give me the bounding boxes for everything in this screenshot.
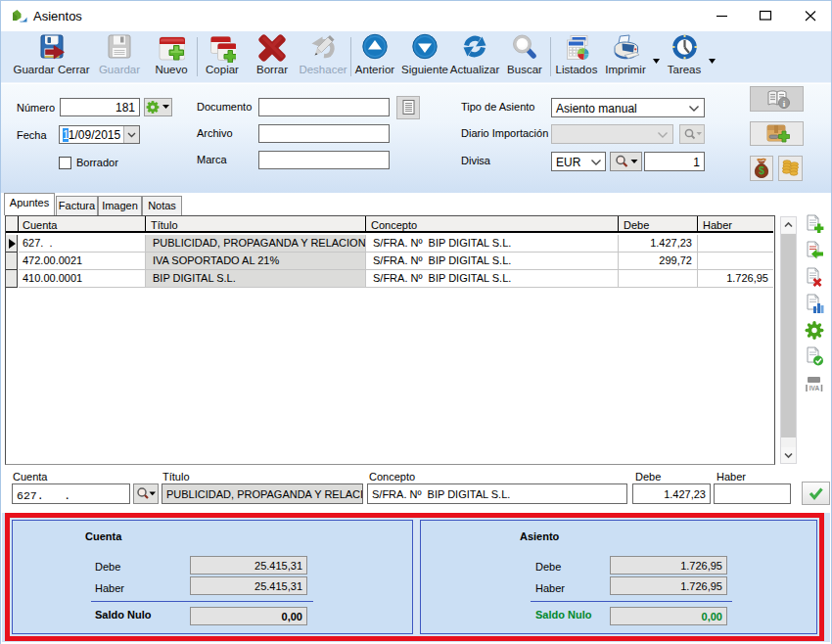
svg-text:$: $ bbox=[759, 164, 764, 176]
svg-text:IVA: IVA bbox=[809, 385, 820, 391]
